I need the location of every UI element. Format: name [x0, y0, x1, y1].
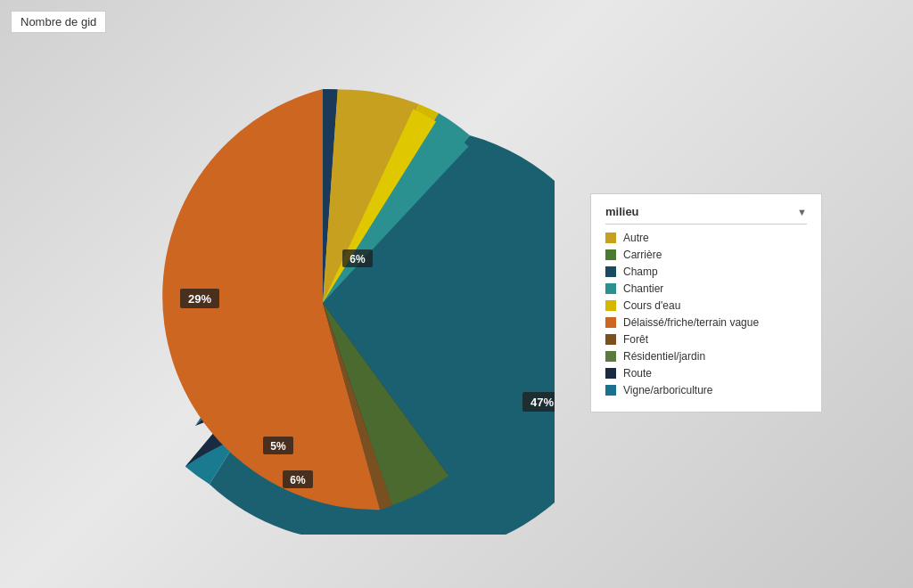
legend-item-label: Cours d'eau	[623, 299, 680, 312]
legend-color-swatch	[605, 249, 616, 260]
legend-item: Cours d'eau	[605, 299, 807, 312]
legend-item: Route	[605, 367, 807, 380]
legend-item-label: Route	[623, 367, 652, 380]
chart-title: Nombre de gid	[11, 11, 106, 33]
legend-item: Chantier	[605, 282, 807, 295]
legend: milieu ▼ Autre Carrière Champ Chantier C…	[590, 193, 822, 412]
legend-item-label: Champ	[623, 265, 658, 278]
pie-chart: 47% 29% 6%	[91, 71, 555, 535]
legend-item-label: Forêt	[623, 333, 648, 346]
legend-color-swatch	[605, 266, 616, 277]
label-29: 29%	[188, 292, 211, 306]
legend-item: Autre	[605, 232, 807, 244]
label-6-autre: 6%	[350, 253, 366, 265]
legend-item-label: Carrière	[623, 249, 662, 261]
legend-item: Carrière	[605, 249, 807, 261]
legend-item-label: Vigne/arboriculture	[623, 384, 713, 396]
legend-color-swatch	[605, 317, 616, 328]
legend-item-label: Résidentiel/jardin	[623, 350, 705, 363]
legend-item: Vigne/arboriculture	[605, 384, 807, 396]
legend-item: Forêt	[605, 333, 807, 346]
legend-item: Délaissé/friche/terrain vague	[605, 316, 807, 329]
legend-item-label: Délaissé/friche/terrain vague	[623, 316, 759, 329]
legend-title: milieu	[605, 205, 639, 218]
label-6-delaisse: 6%	[290, 474, 306, 486]
legend-color-swatch	[605, 233, 616, 243]
legend-item-label: Chantier	[623, 282, 663, 295]
legend-color-swatch	[605, 300, 616, 311]
label-5: 5%	[270, 440, 286, 453]
legend-item-label: Autre	[623, 232, 649, 244]
legend-header: milieu ▼	[605, 205, 807, 225]
legend-color-swatch	[605, 368, 616, 379]
legend-color-swatch	[605, 283, 616, 294]
legend-color-swatch	[605, 334, 616, 345]
label-47: 47%	[531, 396, 554, 409]
legend-color-swatch	[605, 351, 616, 362]
legend-item: Résidentiel/jardin	[605, 350, 807, 363]
legend-item: Champ	[605, 265, 807, 278]
legend-color-swatch	[605, 385, 616, 396]
legend-sort-icon[interactable]: ▼	[797, 207, 807, 217]
